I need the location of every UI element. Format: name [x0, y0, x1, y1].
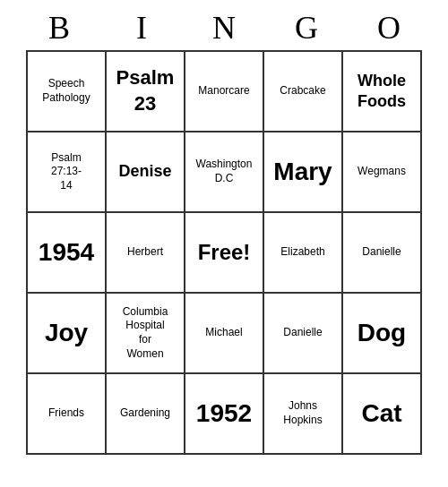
- bingo-cell-7: WashingtonD.C: [185, 132, 264, 213]
- bingo-cell-4: WholeFoods: [343, 52, 422, 132]
- bingo-cell-1: Psalm23: [107, 52, 185, 132]
- bingo-cell-11: Herbert: [107, 213, 185, 294]
- bingo-cell-12: Free!: [185, 213, 264, 294]
- bingo-cell-21: Gardening: [107, 374, 185, 455]
- bingo-cell-6: Denise: [107, 132, 185, 213]
- bingo-cell-19: Dog: [343, 294, 422, 374]
- bingo-header: B I N G O: [18, 9, 430, 47]
- header-b: B: [20, 9, 99, 47]
- bingo-cell-10: 1954: [28, 213, 107, 294]
- bingo-cell-3: Crabcake: [264, 52, 343, 132]
- bingo-cell-20: Friends: [28, 374, 107, 455]
- bingo-cell-13: Elizabeth: [264, 213, 343, 294]
- header-g: G: [267, 9, 346, 47]
- bingo-cell-17: Michael: [185, 294, 264, 374]
- header-o: O: [349, 9, 428, 47]
- bingo-cell-5: Psalm27:13-14: [28, 132, 107, 213]
- bingo-grid: SpeechPathologyPsalm23ManorcareCrabcakeW…: [26, 50, 422, 455]
- bingo-cell-9: Wegmans: [343, 132, 422, 213]
- bingo-cell-2: Manorcare: [185, 52, 264, 132]
- bingo-cell-15: Joy: [28, 294, 107, 374]
- bingo-cell-8: Mary: [264, 132, 343, 213]
- bingo-cell-0: SpeechPathology: [28, 52, 107, 132]
- bingo-cell-23: JohnsHopkins: [264, 374, 343, 455]
- header-n: N: [185, 9, 263, 47]
- bingo-cell-22: 1952: [185, 374, 264, 455]
- bingo-cell-18: Danielle: [264, 294, 343, 374]
- header-i: I: [102, 9, 181, 47]
- bingo-cell-14: Danielle: [343, 213, 422, 294]
- bingo-cell-24: Cat: [343, 374, 422, 455]
- bingo-cell-16: ColumbiaHospitalforWomen: [107, 294, 185, 374]
